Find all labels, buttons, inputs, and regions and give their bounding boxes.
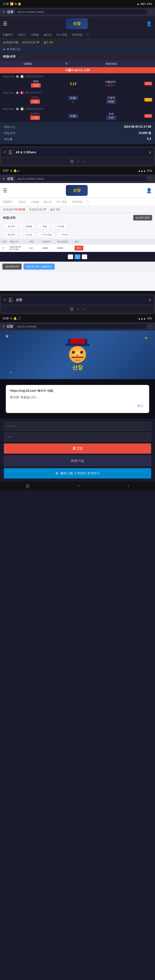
filter-inprogress[interactable]: ✓ 진행중 [20, 224, 35, 229]
row-odds: 5.3 [30, 247, 42, 249]
filter-all-2[interactable]: ✓ 전내역 [2, 232, 18, 237]
bottom-nav-menu[interactable]: ||| [26, 484, 29, 488]
overlay-1-title: 43 & 1 Others [16, 150, 147, 154]
bottom-nav-home[interactable]: ○ [77, 484, 80, 488]
tab2-l[interactable]: L [85, 198, 91, 206]
hamburger-2[interactable]: ☰ [3, 188, 7, 193]
tab-indicator-2[interactable]: ○ [77, 159, 80, 164]
battery-2: 72% [147, 169, 152, 172]
filter-sports[interactable]: ✓ 스포츠 [20, 232, 35, 237]
user-icon-1[interactable]: 👤 [146, 21, 152, 27]
browser-more-2[interactable]: ⋮ [148, 176, 153, 181]
tab2-token[interactable]: 토큰게임 [70, 198, 85, 206]
overlay-1: × 🎩 43 & 1 Others ∧ ||| ○ ‹ [0, 147, 155, 166]
match-flag-2 [20, 91, 24, 94]
browser-url-3[interactable]: ssjj-22.com/login [15, 324, 146, 329]
tab2-special[interactable]: 스페셜 [28, 198, 41, 206]
tab-special-1[interactable]: 스페셜 [28, 31, 41, 39]
bg-star-2: ★ [144, 336, 148, 340]
delete-btn[interactable]: 선내역삭제 [2, 264, 22, 270]
row-confirm[interactable]: 확인 [75, 246, 89, 250]
overlay-1-close[interactable]: × [4, 150, 6, 154]
user-icon-2[interactable]: 👤 [146, 188, 152, 193]
status-bar-2: 5:57 ⊙ 🔔 ▷ ▲▲▲ 72% [0, 167, 155, 175]
browser-url-1[interactable]: ssjj-22.com/bet_history [15, 10, 146, 14]
row-time: 2024-08-20 01:17:09 [10, 246, 29, 250]
tab-inplay-1[interactable]: 인플레이 [0, 31, 16, 39]
draw-odds-btn-3[interactable]: 4.56 [68, 114, 78, 118]
filter-casino[interactable]: ✓ 카지노 [56, 232, 72, 237]
nav-bar-2: ☰ 선장 👤 [0, 183, 155, 198]
alert-confirm-btn[interactable]: 확인 [135, 403, 145, 409]
breadcrumb-1[interactable]: ◀ 목록으로 [0, 46, 155, 52]
filter-hit[interactable]: ✓ 적중 [37, 224, 50, 229]
manage-btn[interactable]: 선내역 정부 [133, 215, 152, 221]
pagination-bar: ‹ 1 › [0, 252, 155, 262]
home-odds-btn-2[interactable]: 1.62 [30, 99, 40, 104]
browser-close-2[interactable]: × [2, 176, 5, 181]
match-date-1: 08/20 01:30 [3, 75, 14, 78]
browser-close-1[interactable]: × [2, 10, 5, 14]
next-page[interactable]: › [82, 255, 87, 259]
bottom-nav-back[interactable]: ‹ [128, 484, 129, 488]
tab-ind-2-2[interactable]: ○ [77, 307, 80, 311]
overlay-2-minimize[interactable]: ∧ [149, 298, 151, 302]
overlay-2-close[interactable]: × [4, 298, 6, 302]
home-odds-btn-3[interactable]: 1.45 [30, 116, 40, 120]
filter-miss[interactable]: ✓ 미적중 [51, 224, 67, 229]
tab2-mini[interactable]: 미니게임 [54, 198, 70, 206]
time-3: 6:09 [3, 317, 8, 320]
bottom-nav-3: ||| ○ ‹ [0, 481, 155, 490]
browser-close-3[interactable]: × [2, 324, 5, 329]
home-team-2: 린덱스 1.62 [3, 96, 67, 104]
id-input[interactable] [4, 422, 151, 431]
divider-1 [0, 144, 155, 146]
tab-cross-1[interactable]: 크로스 [16, 31, 28, 39]
browser-title-2: 선장 [7, 177, 13, 181]
browser-chrome-3: × 선장 ssjj-22.com/login ⋮ [0, 322, 155, 331]
tab-mini-1[interactable]: 미니게임 [54, 31, 70, 39]
signup-btn[interactable]: 회원가입 [4, 455, 151, 466]
tab2-cross[interactable]: 크로스 [16, 198, 28, 206]
tab-indicator-3[interactable]: ‹ [83, 159, 85, 164]
tab-realtime-1[interactable]: 실시간 [41, 31, 54, 39]
telegram-btn[interactable]: ✈ 텔레그램 고객센터 문의하기 [4, 468, 151, 479]
browser-more-1[interactable]: ⋮ [148, 9, 153, 14]
draw-odds-btn-2[interactable]: 4.06 [68, 96, 78, 100]
browser-more-3[interactable]: ⋮ [148, 324, 153, 329]
status-left-3: 6:09 ⊙ 🔔 🎵 [3, 317, 21, 320]
confirm-btn-2[interactable]: 확인 [75, 246, 83, 250]
hamburger-menu-1[interactable]: ☰ [3, 21, 7, 27]
icons-2: ⊙ 🔔 ▷ [10, 169, 20, 172]
pw-input[interactable] [4, 433, 151, 442]
logo-text-2: 선장 [73, 188, 81, 193]
betting-table-1: 승(홈팀) 무 패(원정팀) 다폴더 보너스 1.03 08/2 [0, 61, 155, 122]
tab2-realtime[interactable]: 실시간 [41, 198, 54, 206]
home-odds-btn-1[interactable]: 3.69 [31, 83, 41, 88]
filter-all-1[interactable]: ✓ 전내역 [2, 224, 18, 229]
close-game-btn[interactable]: 종료된 경기 일괄처리 [24, 264, 55, 270]
row-checkbox[interactable]: ☐ [2, 247, 9, 249]
away-odds-btn-3[interactable]: 7.47 [106, 116, 116, 120]
overlay-1-minimize[interactable]: ∧ [149, 150, 151, 154]
login-btn[interactable]: 로그인 [4, 444, 151, 453]
tab-ind-2-3[interactable]: ‹ [83, 307, 85, 311]
overlay-2-title: 선장 [16, 298, 147, 302]
prev-page[interactable]: ‹ [68, 255, 73, 259]
captain-character [66, 339, 89, 363]
overlay-2: × 🎩 선장 ∧ ||| ○ ‹ [0, 295, 155, 313]
bet-time-row: 배팅시간 2024-08-20 01:17:09 [4, 124, 151, 130]
away-odds-btn-2[interactable]: 5.00 [106, 99, 116, 104]
browser-url-2[interactable]: ssjj-22.com/bet_history [15, 176, 146, 181]
tab-token-1[interactable]: 토큰게임 [70, 31, 85, 39]
filter-minigame[interactable]: ✓ 미니게임 [37, 232, 54, 237]
tab-live-1[interactable]: L [85, 31, 91, 39]
hero-section: 선장 ★ ★ ✦ [0, 331, 155, 379]
browser-chrome-1: × 선장 ssjj-22.com/bet_history ⋮ [0, 8, 155, 16]
score-2: 4.06 무 [68, 96, 78, 104]
current-page[interactable]: 1 [75, 255, 80, 259]
overlay-2-favicon: 🎩 [8, 297, 14, 303]
alert-overlay: 'https://ssjj-22.com' 페이지 내용: 정지된 계정입니다.… [0, 379, 155, 419]
tab2-inplay[interactable]: 인플레이 [0, 198, 16, 206]
menu-tabs-1: 인플레이 크로스 스페셜 실시간 미니게임 토큰게임 L [0, 31, 155, 39]
